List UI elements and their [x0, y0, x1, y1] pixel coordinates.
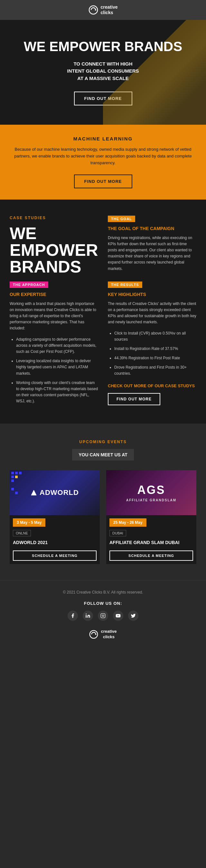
events-label: UPCOMING EVENTS: [10, 440, 196, 444]
instagram-icon[interactable]: [98, 611, 108, 621]
ags-subtitle: AFFILIATE GRANDSLAM: [126, 498, 176, 502]
adworld-name: ADWORLD: [40, 489, 79, 497]
youtube-icon[interactable]: [113, 611, 123, 621]
ags-date-badge: 25 May - 26 May: [106, 515, 196, 528]
footer: © 2021 Creative Clicks B.V. All rights r…: [0, 580, 206, 649]
ags-date: 25 May - 26 May: [109, 518, 147, 527]
goal-text: Driving new registrations, while also ex…: [108, 235, 196, 272]
svg-rect-8: [11, 488, 14, 490]
ml-heading: MACHINE LEARNING: [13, 136, 193, 142]
adworld-date-badge: 3 May - 5 May: [10, 515, 100, 528]
case-studies-cta-button[interactable]: FIND OUT MORE: [108, 393, 160, 405]
approach-tag: THE APPROACH: [10, 281, 48, 288]
expertise-intro: Working with a brand that places high im…: [10, 301, 98, 332]
adworld-logo: ADWORLD: [31, 489, 79, 497]
hero-subtitle: TO CONNECT WITH HIGH INTENT GLOBAL CONSU…: [67, 60, 139, 82]
svg-rect-4: [19, 472, 22, 474]
ags-logo: AGS AFFILIATE GRANDSLAM: [126, 483, 176, 502]
highlight-item: Install to Registration Rate of 37.57%: [114, 346, 196, 352]
adworld-date: 3 May - 5 May: [13, 518, 45, 527]
footer-logo: creative clicks: [6, 629, 200, 640]
adworld-location: ONLNE: [13, 530, 31, 536]
hero-section: WE EMPOWER BRANDS TO CONNECT WITH HIGH I…: [0, 20, 206, 125]
linkedin-icon[interactable]: [83, 611, 93, 621]
case-studies-label: CASE STUDIES: [10, 216, 98, 220]
footer-logo-text: creative clicks: [101, 629, 117, 640]
social-icons-container: [6, 611, 200, 621]
results-tag: THE RESULTS: [108, 281, 142, 288]
goal-tag: THE GOAL: [108, 216, 135, 222]
ml-cta-button[interactable]: FIND OUT MORE: [74, 175, 132, 188]
bullet-item: Adapting campaigns to deliver performanc…: [16, 337, 98, 355]
hero-heading: WE EMPOWER BRANDS: [24, 39, 182, 54]
svg-point-1: [95, 9, 96, 10]
logo-icon: [88, 5, 98, 15]
logo: creative clicks: [88, 4, 118, 16]
events-meet-label: YOU CAN MEET US AT: [72, 449, 134, 461]
event-card-ags: AGS AFFILIATE GRANDSLAM 25 May - 26 May …: [106, 470, 196, 564]
logo-text: creative clicks: [101, 4, 118, 16]
svg-rect-7: [11, 479, 14, 482]
svg-rect-3: [15, 472, 18, 474]
bullet-item: Leveraging localized data insights to de…: [16, 358, 98, 377]
results-section: THE RESULTS KEY HIGHLIGHTS The results o…: [108, 281, 196, 405]
highlight-item: 44.39% Registration to First Post Rate: [114, 355, 196, 361]
bullet-item: Working closely with our client's creati…: [16, 380, 98, 405]
event-card-adworld: ADWORLD 3 May - 5 May ONLNE ADWORLD 2021…: [10, 470, 100, 564]
svg-rect-6: [15, 476, 18, 478]
case-studies-heading: WE EMPOWER BRANDS: [10, 225, 98, 275]
highlights-intro: The results of Creative Clicks' activity…: [108, 301, 196, 326]
svg-rect-11: [86, 615, 86, 618]
highlight-item: Drove Registrations and First Posts in 3…: [114, 365, 196, 377]
facebook-icon[interactable]: [68, 611, 78, 621]
adworld-full-name: ADWORLD 2021: [10, 538, 100, 547]
ags-full-name: AFFILIATE GRAND SLAM DUBAI: [106, 538, 196, 547]
ags-schedule-button[interactable]: SCHEDULE A MEETING: [109, 551, 193, 561]
header: creative clicks: [0, 0, 206, 20]
svg-point-17: [95, 634, 97, 635]
ml-description: Because of our machine learning technolo…: [13, 146, 193, 166]
footer-follow-label: FOLLOW US ON:: [6, 601, 200, 606]
adworld-schedule-button[interactable]: SCHEDULE A MEETING: [13, 551, 97, 561]
case-studies-left: CASE STUDIES WE EMPOWER BRANDS THE APPRO…: [10, 216, 98, 408]
case-studies-right: THE GOAL THE GOAL OF THE CAMPAIGN Drivin…: [108, 216, 196, 408]
footer-copyright: © 2021 Creative Clicks B.V. All rights r…: [6, 590, 200, 594]
adworld-image: ADWORLD: [10, 470, 100, 515]
ags-location: DUBAI: [109, 530, 126, 536]
footer-logo-icon: [89, 630, 98, 639]
adworld-dots-decoration: [11, 472, 34, 494]
svg-rect-9: [15, 492, 18, 494]
expertise-bullets: Adapting campaigns to deliver performanc…: [10, 337, 98, 405]
ags-image: AGS AFFILIATE GRANDSLAM: [106, 470, 196, 515]
svg-rect-13: [101, 614, 105, 618]
svg-point-12: [86, 614, 86, 615]
events-section: UPCOMING EVENTS YOU CAN MEET US AT: [0, 424, 206, 580]
svg-rect-5: [11, 476, 14, 478]
svg-point-16: [90, 630, 98, 638]
highlights-list: Click to Install (CVR) above 0.50%v on a…: [108, 330, 196, 377]
machine-learning-section: MACHINE LEARNING Because of our machine …: [0, 125, 206, 199]
twitter-icon[interactable]: [128, 611, 138, 621]
goal-title: THE GOAL OF THE CAMPAIGN: [108, 226, 196, 231]
ags-name: AGS: [137, 483, 165, 497]
highlights-title: KEY HIGHLIGHTS: [108, 292, 196, 297]
highlight-item: Click to Install (CVR) above 0.50%v on a…: [114, 330, 196, 343]
expertise-title: OUR EXPERTISE: [10, 292, 98, 297]
check-more-label: CHECK OUT MORE OF OUR CASE STUDYS: [108, 383, 196, 388]
case-studies-section: CASE STUDIES WE EMPOWER BRANDS THE APPRO…: [0, 199, 206, 424]
svg-point-0: [89, 6, 98, 14]
svg-rect-2: [11, 472, 14, 474]
events-grid: ADWORLD 3 May - 5 May ONLNE ADWORLD 2021…: [10, 470, 196, 564]
